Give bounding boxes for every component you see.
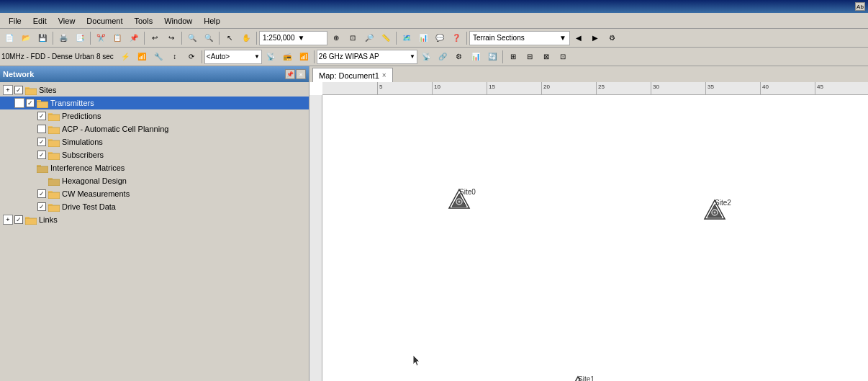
layout-btn3[interactable]: ⊠: [538, 49, 554, 65]
terrain-prev-btn[interactable]: ◀: [571, 30, 587, 46]
tree-checkbox-acp[interactable]: [37, 125, 46, 133]
tree-item-subscribers[interactable]: Subscribers: [0, 148, 309, 161]
terrain-sections-dropdown[interactable]: Terrain Sections ▼: [469, 31, 570, 45]
site-marker-site2[interactable]: Site2: [703, 199, 726, 222]
tree-item-cw[interactable]: CW Measurements: [0, 187, 309, 200]
menu-item-file[interactable]: File: [3, 15, 27, 27]
tree-checkbox-predictions[interactable]: [37, 112, 46, 120]
tree-item-acp[interactable]: ACP - Automatic Cell Planning: [0, 122, 309, 135]
open-btn[interactable]: 📂: [18, 30, 34, 46]
site-marker-site0[interactable]: Site0: [448, 188, 471, 211]
print-btn[interactable]: 🖨️: [55, 30, 71, 46]
folder-icon-cw: [48, 189, 60, 199]
ruler-tick-20: 20: [541, 82, 550, 95]
tree-checkbox-sites[interactable]: [14, 86, 23, 94]
identify-btn[interactable]: ❓: [448, 30, 464, 46]
ruler-tick-45: 45: [815, 82, 823, 95]
tree-checkbox-cw[interactable]: [37, 189, 46, 198]
tree-label-transmitters: Transmitters: [50, 99, 94, 107]
layout-btn4[interactable]: ⊡: [555, 49, 571, 65]
callout-btn[interactable]: 💬: [432, 30, 448, 46]
mode-btn3[interactable]: 🔧: [150, 49, 166, 65]
menu-item-view[interactable]: View: [53, 15, 81, 27]
copy-btn[interactable]: 📋: [109, 30, 125, 46]
mode-btn4[interactable]: ↕: [167, 49, 183, 65]
tree-checkbox-simulations[interactable]: [37, 138, 46, 146]
panel-header-buttons: 📌 ×: [285, 69, 306, 79]
sep6: [256, 32, 257, 45]
measure-btn[interactable]: 📏: [378, 30, 394, 46]
map-tab-close-btn[interactable]: ×: [382, 71, 386, 79]
map-tab-document1[interactable]: Map: Document1 ×: [312, 68, 393, 82]
freq-btn4[interactable]: 📊: [468, 49, 484, 65]
legend-btn[interactable]: 📊: [415, 30, 431, 46]
map-canvas[interactable]: 51015202530354045 Site0Site1Site2: [309, 82, 868, 381]
tree-item-hexagonal[interactable]: Hexagonal Design: [0, 174, 309, 187]
panel-close-btn[interactable]: ×: [296, 69, 306, 79]
print2-btn[interactable]: 📑: [72, 30, 88, 46]
tree-item-transmitters[interactable]: +Transmitters: [0, 97, 309, 109]
freq-btn5[interactable]: 🔄: [484, 49, 500, 65]
layer-btn[interactable]: 🗺️: [399, 30, 415, 46]
menu-item-document[interactable]: Document: [81, 15, 128, 27]
tree-item-interference[interactable]: Interference Matrices: [0, 161, 309, 174]
tree-item-links[interactable]: +Links: [0, 213, 309, 226]
auto-btn3[interactable]: 📶: [296, 49, 312, 65]
freq-btn2[interactable]: 🔗: [435, 49, 451, 65]
tree-checkbox-subscribers[interactable]: [37, 151, 46, 159]
panel-pin-btn[interactable]: 📌: [285, 69, 295, 79]
freq-btn3[interactable]: ⚙: [451, 49, 467, 65]
menu-item-help[interactable]: Help: [198, 15, 226, 27]
layout-btn2[interactable]: ⊟: [522, 49, 538, 65]
tree-expander-transmitters[interactable]: +: [14, 98, 24, 108]
tree-expander-sites[interactable]: +: [3, 85, 13, 95]
tree-checkbox-drivetest[interactable]: [37, 202, 46, 211]
new-btn[interactable]: 📄: [1, 30, 17, 46]
terrain-settings-btn[interactable]: ⚙: [604, 30, 620, 46]
map-content[interactable]: Site0Site1Site2: [322, 95, 868, 381]
svg-rect-21: [25, 218, 37, 225]
zoom-extent-btn[interactable]: ⊡: [345, 30, 361, 46]
site-marker-site1[interactable]: Site1: [566, 375, 589, 381]
terrain-next-btn[interactable]: ▶: [587, 30, 603, 46]
pan-btn[interactable]: ✋: [238, 30, 254, 46]
zoom-in-btn[interactable]: 🔍: [184, 30, 200, 46]
auto-btn2[interactable]: 📻: [279, 49, 295, 65]
tree-item-drivetest[interactable]: Drive Test Data: [0, 200, 309, 213]
tree-checkbox-transmitters[interactable]: [26, 99, 35, 107]
save-btn[interactable]: 💾: [35, 30, 50, 46]
tree-expander-links[interactable]: +: [3, 215, 13, 225]
svg-rect-1: [25, 89, 37, 95]
terrain-dropdown-arrow: ▼: [559, 34, 566, 42]
site-label-site2: Site2: [715, 199, 731, 207]
undo-btn[interactable]: ↩: [147, 30, 163, 46]
mode-btn1[interactable]: ⚡: [117, 49, 133, 65]
auto-btn1[interactable]: 📡: [263, 49, 279, 65]
zoom-full-btn[interactable]: ⊕: [328, 30, 344, 46]
select-btn[interactable]: ↖: [222, 30, 238, 46]
tree-item-sites[interactable]: +Sites: [0, 84, 309, 97]
svg-point-33: [714, 212, 716, 214]
svg-rect-11: [48, 153, 60, 160]
paste-btn[interactable]: 📌: [126, 30, 142, 46]
redo-btn[interactable]: ↪: [163, 30, 179, 46]
frequency-dropdown[interactable]: 26 GHz WIPAS AP ▼: [317, 50, 417, 64]
mode-btn2[interactable]: 📶: [134, 49, 150, 65]
mode-btn5[interactable]: ⟳: [184, 49, 199, 65]
menu-item-edit[interactable]: Edit: [27, 15, 53, 27]
freq-btn1[interactable]: 📡: [418, 49, 434, 65]
menu-item-window[interactable]: Window: [158, 15, 198, 27]
find-btn[interactable]: 🔎: [361, 30, 377, 46]
layout-btn1[interactable]: ⊞: [505, 49, 521, 65]
mode-label: 10MHz - FDD - Dense Urban: [1, 53, 94, 60]
auto-dropdown-arrow: ▼: [254, 53, 260, 60]
auto-dropdown[interactable]: <Auto> ▼: [204, 50, 262, 64]
zoom-out-btn[interactable]: 🔍: [201, 30, 217, 46]
cut-btn[interactable]: ✂️: [93, 30, 109, 46]
scale-dropdown[interactable]: 1:250,000 ▼: [259, 31, 327, 45]
tree-item-simulations[interactable]: Simulations: [0, 135, 309, 148]
tree-checkbox-links[interactable]: [14, 215, 23, 224]
menu-item-tools[interactable]: Tools: [129, 15, 159, 27]
sep7: [396, 32, 397, 45]
tree-item-predictions[interactable]: Predictions: [0, 109, 309, 122]
